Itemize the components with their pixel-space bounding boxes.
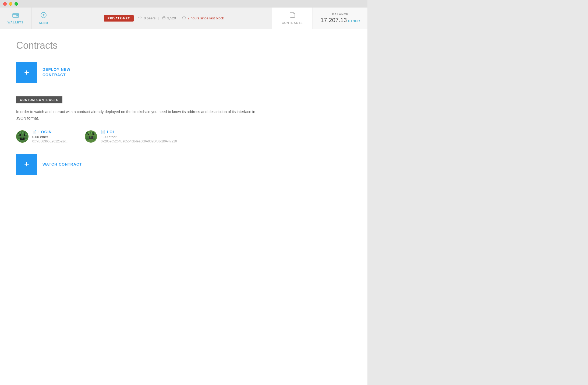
contract-address-lol: 0x2059d5264Ea6554bb4ea669A032Df08cB0A472… bbox=[101, 139, 177, 143]
svg-rect-45 bbox=[91, 134, 93, 135]
balance-label: BALANCE bbox=[332, 13, 348, 16]
contract-item-lol[interactable]: 📄 LOL 1.00 ether 0x2059d5264Ea6554bb4ea6… bbox=[85, 130, 177, 143]
svg-rect-48 bbox=[86, 135, 95, 136]
svg-rect-1 bbox=[16, 15, 18, 16]
svg-rect-54 bbox=[89, 138, 93, 139]
deploy-plus-icon: + bbox=[24, 68, 29, 78]
watch-contract-button[interactable]: + bbox=[16, 154, 37, 175]
avatar-svg-lol bbox=[85, 130, 97, 143]
deploy-contract-button[interactable]: + bbox=[16, 62, 37, 83]
contract-item-login[interactable]: 📄 LOGIN 0.00 ether 0xf7B06365E9012592c..… bbox=[16, 130, 69, 143]
title-bar bbox=[0, 0, 367, 8]
block-time: 2 hours since last block bbox=[187, 16, 224, 20]
contract-name-login: 📄 LOGIN bbox=[32, 130, 69, 134]
svg-rect-42 bbox=[86, 134, 88, 135]
network-status: 0 peers | 3,520 | 2 hours since last blo… bbox=[138, 16, 224, 20]
svg-rect-50 bbox=[90, 136, 91, 138]
svg-rect-5 bbox=[163, 16, 165, 18]
svg-rect-30 bbox=[20, 139, 24, 140]
navbar: WALLETS SEND PRIVATE-NET 0 peers | bbox=[0, 8, 367, 29]
svg-rect-17 bbox=[22, 134, 24, 135]
maximize-button[interactable] bbox=[15, 2, 18, 6]
balance-amount: 17,207.13 bbox=[321, 17, 347, 23]
custom-contracts-description: In order to watch and interact with a co… bbox=[16, 109, 258, 122]
svg-rect-21 bbox=[19, 135, 21, 136]
svg-rect-56 bbox=[93, 138, 95, 140]
network-badge: PRIVATE-NET bbox=[104, 15, 134, 22]
svg-rect-13 bbox=[25, 132, 27, 134]
svg-rect-34 bbox=[25, 139, 27, 140]
clock-icon bbox=[182, 16, 186, 20]
contract-info-lol: 📄 LOL 1.00 ether 0x2059d5264Ea6554bb4ea6… bbox=[101, 130, 177, 143]
svg-rect-25 bbox=[25, 135, 27, 136]
svg-rect-8 bbox=[18, 132, 20, 134]
main-content: Contracts + DEPLOY NEWCONTRACT CUSTOM CO… bbox=[0, 29, 367, 385]
send-nav-item[interactable]: SEND bbox=[31, 8, 56, 29]
svg-rect-40 bbox=[92, 132, 94, 134]
contract-balance-login: 0.00 ether bbox=[32, 135, 69, 139]
send-label: SEND bbox=[39, 21, 48, 24]
deploy-contract-card[interactable]: + DEPLOY NEWCONTRACT bbox=[16, 62, 351, 83]
contract-balance-lol: 1.00 ether bbox=[101, 135, 177, 139]
contract-name-lol: 📄 LOL bbox=[101, 130, 177, 134]
svg-rect-10 bbox=[21, 132, 22, 134]
svg-rect-26 bbox=[18, 136, 27, 138]
svg-rect-33 bbox=[18, 139, 20, 140]
file-icon-login: 📄 bbox=[32, 130, 37, 134]
svg-rect-20 bbox=[18, 135, 20, 136]
svg-rect-12 bbox=[24, 132, 25, 134]
svg-rect-53 bbox=[93, 136, 95, 138]
contracts-list: 📄 LOGIN 0.00 ether 0xf7B06365E9012592c..… bbox=[16, 130, 351, 143]
svg-rect-31 bbox=[18, 137, 20, 139]
svg-rect-57 bbox=[89, 139, 93, 141]
watch-contract-label: WATCH CONTRACT bbox=[42, 162, 82, 167]
svg-rect-49 bbox=[89, 136, 90, 138]
peers-count: 0 peers bbox=[144, 16, 155, 20]
svg-rect-14 bbox=[18, 134, 20, 135]
contracts-label: CONTRACTS bbox=[282, 21, 303, 24]
contract-row-lol: 📄 LOL 1.00 ether 0x2059d5264Ea6554bb4ea6… bbox=[85, 130, 177, 143]
file-icon-lol: 📄 bbox=[101, 130, 105, 134]
balance-currency: ETHER bbox=[348, 19, 360, 23]
svg-rect-41 bbox=[94, 132, 95, 134]
svg-rect-36 bbox=[86, 132, 88, 134]
send-icon bbox=[40, 12, 47, 20]
watch-contract-card[interactable]: + WATCH CONTRACT bbox=[16, 154, 351, 175]
svg-point-3 bbox=[140, 18, 140, 19]
svg-rect-23 bbox=[22, 135, 24, 136]
svg-rect-15 bbox=[19, 134, 21, 135]
nav-left: WALLETS SEND bbox=[0, 8, 56, 29]
contract-avatar-lol bbox=[85, 130, 97, 143]
svg-rect-38 bbox=[90, 132, 91, 134]
svg-rect-18 bbox=[24, 134, 25, 135]
svg-rect-19 bbox=[25, 134, 27, 135]
contract-row-login: 📄 LOGIN 0.00 ether 0xf7B06365E9012592c..… bbox=[16, 130, 69, 143]
balance-section: BALANCE 17,207.13 ETHER bbox=[313, 8, 367, 29]
svg-rect-37 bbox=[88, 132, 90, 134]
svg-rect-47 bbox=[94, 134, 95, 135]
svg-rect-22 bbox=[21, 135, 22, 136]
svg-rect-29 bbox=[23, 137, 25, 139]
contracts-icon bbox=[289, 12, 296, 20]
svg-rect-24 bbox=[24, 135, 25, 136]
svg-rect-32 bbox=[25, 137, 27, 139]
close-button[interactable] bbox=[3, 2, 7, 6]
svg-rect-52 bbox=[86, 136, 89, 138]
custom-contracts-section: CUSTOM CONTRACTS In order to watch and i… bbox=[16, 96, 351, 175]
contracts-nav-item[interactable]: CONTRACTS bbox=[272, 8, 313, 29]
watch-plus-icon: + bbox=[24, 159, 29, 169]
svg-rect-39 bbox=[91, 132, 92, 134]
avatar-svg-login bbox=[16, 130, 28, 143]
contract-info-login: 📄 LOGIN 0.00 ether 0xf7B06365E9012592c..… bbox=[32, 130, 69, 143]
svg-rect-51 bbox=[91, 136, 93, 138]
deploy-contract-label: DEPLOY NEWCONTRACT bbox=[42, 67, 70, 78]
wallets-nav-item[interactable]: WALLETS bbox=[0, 8, 31, 29]
minimize-button[interactable] bbox=[9, 2, 12, 6]
svg-rect-46 bbox=[93, 134, 94, 135]
svg-rect-44 bbox=[89, 134, 91, 135]
wallets-icon bbox=[12, 12, 19, 19]
svg-rect-11 bbox=[22, 132, 24, 134]
wallets-label: WALLETS bbox=[8, 21, 24, 24]
custom-contracts-header: CUSTOM CONTRACTS bbox=[16, 96, 62, 103]
svg-rect-16 bbox=[21, 134, 22, 135]
